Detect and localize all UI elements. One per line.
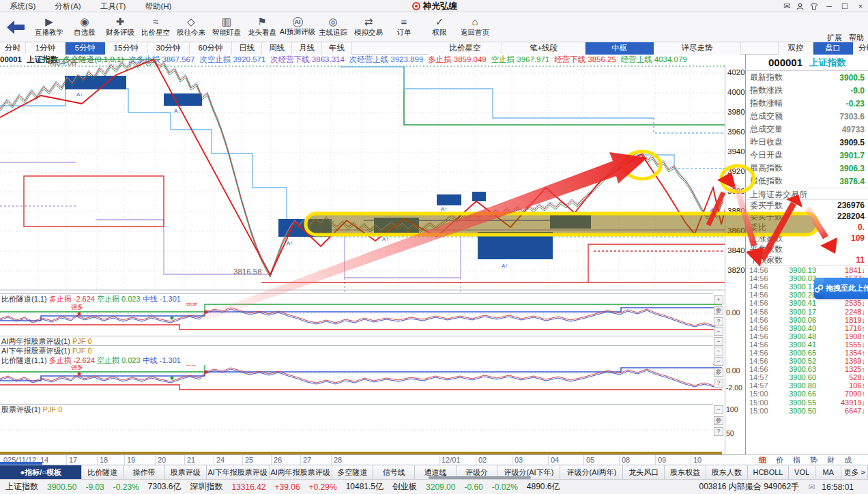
tab-30min[interactable]: 30分钟 [147,42,190,55]
tab-day[interactable]: 日线 [232,42,262,55]
toolbar-button[interactable]: AI预测评级 [280,13,315,42]
tick-row: 14:563900.411555↓ [747,340,868,349]
tab-xiangjin-zoushi[interactable]: 详尽走势 [654,42,741,55]
panel-help-button[interactable]: ? [714,427,723,436]
tab-bi-xianduan[interactable]: 笔+线段 [502,42,585,55]
maximize-button[interactable]: ☐ [840,2,850,11]
menu-item[interactable]: 分析(A) [45,0,90,12]
menu-item[interactable]: 工具(T) [91,0,136,12]
tab-5min[interactable]: 5分钟 [66,42,105,55]
chart-canvas[interactable]: 强多 强多 [0,58,725,456]
mini-tab[interactable]: 成 [840,455,856,465]
tab-week[interactable]: 周线 [262,42,292,55]
message-icon[interactable]: ✉ [808,482,815,492]
expand-link[interactable]: 扩展 [827,33,842,43]
user-icon[interactable] [796,3,804,10]
bottom-tab[interactable]: 股东人数 [706,465,748,479]
bottom-tab[interactable]: VOL [789,465,815,479]
mail-icon[interactable]: ✉ [783,1,790,11]
subpanel-axis-value: 50 [726,429,745,437]
panel-param-button[interactable]: 参 [714,416,723,425]
panel-collapse-button[interactable]: − [714,347,723,355]
panel-param-button[interactable]: 参 [714,368,723,377]
tab-15min[interactable]: 15分钟 [105,42,147,55]
status-item: +0.29% [309,482,337,492]
time-axis[interactable]: 025/11/12 14 17 18 19 20 21 24 25 26 27 … [0,454,746,465]
status-item: 深圳指数 [190,481,222,493]
bottom-tab[interactable]: AI下年报股票评级 [207,465,270,479]
panel-collapse-button[interactable]: − [714,337,723,346]
bottom-tab[interactable]: 信号线 [373,465,415,479]
toolbar-button[interactable]: 比价星空 [138,13,173,42]
bottom-tab[interactable]: 更多 > [841,465,868,479]
menu-item[interactable]: 帮助(H) [135,0,181,12]
panel-add-button[interactable]: + [714,295,723,304]
toolbar-button[interactable]: 主线追踪 [315,13,351,42]
tab-year[interactable]: 年线 [322,42,352,55]
bottom-tab[interactable]: 比价隧道 [82,465,124,479]
bottom-tab[interactable]: 股票评级 [165,465,207,479]
quote-code: 000001 [768,57,802,68]
bottom-tab[interactable]: HCBOLL [748,465,790,479]
mini-tab[interactable]: 细 [755,455,770,465]
minimize-button[interactable]: ─ [824,2,834,10]
bottom-tab[interactable]: 龙头风口 [623,465,665,479]
bottom-tab[interactable]: AI两年报股票评级 [270,465,332,479]
tick-row: 14:563900.131841↓ [747,266,868,274]
ai-icon [293,17,303,27]
toolbar-button[interactable]: 智能盯盘 [209,13,244,42]
quote-name[interactable]: 上证指数 [809,57,846,69]
mini-tab[interactable]: 指 [789,455,805,465]
tab-fenshi[interactable]: 分时 [0,42,26,55]
bottom-tab[interactable]: MA [815,465,842,479]
scroll-up-arrow[interactable]: ▲ [442,472,447,477]
tab-fenshi-panel[interactable]: 分时 [853,42,868,55]
toolbar-button[interactable]: 订单 [386,13,422,42]
upload-drop-tooltip[interactable]: 拖拽至此上传 [814,278,868,299]
exchange-label: 上海证券交易所 [747,188,868,200]
svg-text:A↑: A↑ [441,206,447,212]
quote-row: 平盘家数 [747,244,868,255]
toolbar-button[interactable]: 直播教学 [31,13,67,42]
subpanel-header-5: 股票评级(1) PJF 0 [0,404,713,413]
mini-tab[interactable]: 价 [772,455,787,465]
toolbar-button[interactable]: 模拟交易 [351,13,386,42]
panel-collapse-button[interactable]: − [714,405,723,414]
tick-row: 14:563900.172248↓ [747,307,868,315]
tab-1min[interactable]: 1分钟 [26,42,66,55]
back-button[interactable] [0,16,31,39]
panel-help-button[interactable]: ? [714,379,723,388]
close-button[interactable]: × [856,2,865,10]
bottom-tab[interactable]: 评级分(AI两年) [560,465,623,479]
toolbar-button[interactable]: 财务评级 [102,13,138,42]
mini-tab[interactable]: 势 [806,455,822,465]
history-icon [187,16,195,28]
skin-icon[interactable] [810,3,818,10]
tab-pankou[interactable]: 盘口 [813,42,853,55]
bottom-tab[interactable]: 操作带 [124,465,165,479]
toolbar-button[interactable]: 龙头看盘 [244,13,280,42]
toolbar-button[interactable]: 自选股 [67,13,102,42]
status-item: 4890.6亿 [527,481,560,493]
tab-month[interactable]: 月线 [292,42,322,55]
toolbar-button[interactable]: 权限 [422,13,457,42]
tab-zhongshu[interactable]: 中枢 [585,42,654,55]
tab-bijia-xingkong[interactable]: 比价星空 [429,42,502,55]
toolbar-button[interactable]: 股往今来 [173,13,209,42]
panel-collapse-button[interactable]: − [714,357,723,366]
toolbar-button[interactable]: 返回首页 [457,13,493,42]
bottom-tab[interactable]: 股东权益 [665,465,706,479]
panel-collapse-button[interactable]: − [714,327,723,336]
mini-tab[interactable]: 财 [823,455,839,465]
panel-help-button[interactable]: ? [714,317,723,326]
main-chart-area[interactable]: 00001 上证指数 多空隧道(0,1,0,1) 次多止损3867.567次空止… [0,55,746,465]
menu-item[interactable]: 系统(S) [0,0,45,12]
help-link[interactable]: 帮助 [849,33,864,43]
mini-tab-strip: 细价指势财成 [747,454,868,465]
panel-param-button[interactable]: 参 [714,306,723,315]
bottom-tab[interactable]: ●指标/○模板 [0,465,82,479]
tab-60min[interactable]: 60分钟 [190,42,232,55]
bottom-tab[interactable]: 多空隧道 [332,465,374,479]
tab-shuangkong[interactable]: 双控 [778,42,813,55]
svg-text:A↑: A↑ [382,236,388,242]
